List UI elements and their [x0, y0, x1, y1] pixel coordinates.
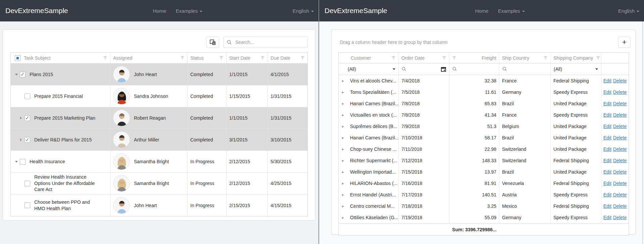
- delete-link[interactable]: Delete: [613, 89, 627, 95]
- treelist-row[interactable]: Health Insurance Samantha Bright In Prog…: [11, 151, 307, 173]
- calendar-icon[interactable]: [441, 67, 446, 72]
- filter-icon[interactable]: [180, 56, 185, 60]
- header-assigned[interactable]: Assigned: [110, 53, 188, 63]
- edit-link[interactable]: Edit: [603, 78, 611, 83]
- filter-icon[interactable]: [391, 56, 396, 60]
- treelist-row[interactable]: Prepare 2015 Financial Sandra Johnson Co…: [11, 85, 307, 107]
- expand-icon[interactable]: ▶: [342, 216, 344, 219]
- expand-icon[interactable]: [19, 138, 23, 141]
- filter-ship-country[interactable]: [499, 63, 551, 75]
- delete-link[interactable]: Delete: [613, 192, 627, 197]
- expand-icon[interactable]: ▶: [342, 136, 344, 139]
- expand-icon[interactable]: ▶: [342, 114, 344, 117]
- row-checkbox[interactable]: [24, 202, 30, 208]
- edit-link[interactable]: Edit: [603, 192, 611, 197]
- delete-link[interactable]: Delete: [613, 158, 627, 163]
- datagrid-toolbar: Drag a column header here to group by th…: [332, 30, 636, 52]
- treelist-row[interactable]: Review Health Insurance Options Under th…: [11, 173, 307, 194]
- expand-icon[interactable]: ▶: [342, 91, 344, 94]
- collapse-icon[interactable]: [14, 161, 18, 163]
- edit-link[interactable]: Edit: [603, 203, 611, 209]
- order-date-cell: 7/10/2018: [399, 132, 449, 143]
- filter-icon[interactable]: [260, 56, 265, 60]
- header-ship-country[interactable]: Ship Country: [499, 53, 551, 63]
- header-task-subject[interactable]: Task Subject: [11, 53, 110, 63]
- filter-icon[interactable]: [103, 56, 107, 60]
- row-checkbox[interactable]: [24, 181, 30, 186]
- delete-link[interactable]: Delete: [613, 78, 627, 83]
- filter-customer-select[interactable]: (All): [339, 63, 399, 75]
- edit-link[interactable]: Edit: [603, 101, 611, 106]
- filter-icon[interactable]: [596, 56, 600, 60]
- freight-cell: 22.98: [449, 143, 499, 155]
- edit-link[interactable]: Edit: [603, 215, 611, 220]
- row-checkbox[interactable]: [24, 94, 30, 99]
- row-checkbox[interactable]: [24, 137, 30, 143]
- delete-link[interactable]: Delete: [613, 215, 627, 220]
- expand-icon[interactable]: ▶: [342, 102, 344, 105]
- edit-link[interactable]: Edit: [603, 169, 611, 175]
- select-all-checkbox[interactable]: [15, 55, 20, 61]
- delete-link[interactable]: Delete: [613, 135, 627, 140]
- nav-examples[interactable]: Examples: [498, 8, 525, 14]
- delete-link[interactable]: Delete: [613, 169, 627, 175]
- treelist-row[interactable]: Prepare 2015 Marketing Plan Robert Reaga…: [11, 107, 307, 129]
- filter-icon[interactable]: [543, 56, 548, 60]
- edit-link[interactable]: Edit: [603, 89, 611, 95]
- expand-icon[interactable]: [19, 117, 23, 119]
- header-shipping-company[interactable]: Shipping Company: [551, 53, 601, 63]
- language-dropdown[interactable]: English: [293, 8, 314, 14]
- nav-examples[interactable]: Examples: [176, 8, 203, 14]
- header-order-date[interactable]: Order Date: [399, 53, 449, 63]
- edit-link[interactable]: Edit: [603, 112, 611, 118]
- expand-icon[interactable]: ▶: [342, 205, 344, 208]
- expand-icon[interactable]: ▶: [342, 159, 344, 162]
- expand-icon[interactable]: ▶: [342, 79, 344, 82]
- edit-link[interactable]: Edit: [603, 146, 611, 152]
- delete-link[interactable]: Delete: [613, 112, 627, 118]
- row-checkbox[interactable]: [20, 72, 26, 77]
- ship-country-cell: Germany: [499, 86, 551, 98]
- filter-order-date[interactable]: [399, 63, 449, 75]
- treelist-row[interactable]: Plans 2015 John Heart Completed 1/1/2015…: [11, 64, 307, 85]
- delete-link[interactable]: Delete: [613, 146, 627, 152]
- row-checkbox[interactable]: [20, 159, 26, 165]
- nav-home[interactable]: Home: [475, 8, 489, 14]
- header-start-date[interactable]: Start Date: [227, 53, 268, 63]
- scrollbar[interactable]: [642, 21, 643, 244]
- search-input[interactable]: [235, 39, 304, 45]
- delete-link[interactable]: Delete: [613, 181, 627, 186]
- header-freight[interactable]: Freight: [449, 53, 499, 63]
- edit-link[interactable]: Edit: [603, 181, 611, 186]
- treelist-row[interactable]: Choose between PPO and HMO Health Plan J…: [11, 194, 307, 216]
- treelist-row[interactable]: Deliver R&D Plans for 2015 Arthur Miller…: [11, 129, 307, 151]
- expand-icon[interactable]: ▶: [342, 193, 344, 196]
- shipping-company-cell: Speedy Express: [551, 212, 601, 223]
- header-customer[interactable]: Customer: [339, 53, 399, 63]
- add-row-button[interactable]: +: [618, 37, 631, 48]
- delete-link[interactable]: Delete: [613, 101, 627, 106]
- filter-freight[interactable]: [449, 63, 499, 75]
- header-due-date[interactable]: Due Date: [268, 53, 307, 63]
- edit-link[interactable]: Edit: [603, 158, 611, 163]
- expand-icon[interactable]: ▶: [342, 171, 344, 174]
- nav-home[interactable]: Home: [153, 8, 166, 14]
- language-dropdown[interactable]: English: [618, 8, 639, 14]
- filter-shipping-company-select[interactable]: (All): [551, 63, 601, 75]
- collapse-icon[interactable]: [14, 74, 18, 75]
- group-panel-hint[interactable]: Drag a column header here to group by th…: [340, 40, 448, 45]
- expand-icon[interactable]: ▶: [342, 182, 344, 185]
- filter-icon[interactable]: [442, 56, 446, 60]
- row-checkbox[interactable]: [24, 115, 30, 121]
- filter-icon[interactable]: [300, 56, 305, 60]
- edit-link[interactable]: Edit: [603, 124, 611, 129]
- expand-icon[interactable]: ▶: [342, 125, 344, 128]
- edit-link[interactable]: Edit: [603, 135, 611, 140]
- column-chooser-button[interactable]: [206, 37, 219, 48]
- header-status[interactable]: Status: [188, 53, 227, 63]
- delete-link[interactable]: Delete: [613, 124, 627, 129]
- delete-link[interactable]: Delete: [613, 203, 627, 209]
- expand-icon[interactable]: ▶: [342, 148, 344, 151]
- filter-icon[interactable]: [219, 56, 224, 60]
- filter-icon[interactable]: [452, 56, 456, 60]
